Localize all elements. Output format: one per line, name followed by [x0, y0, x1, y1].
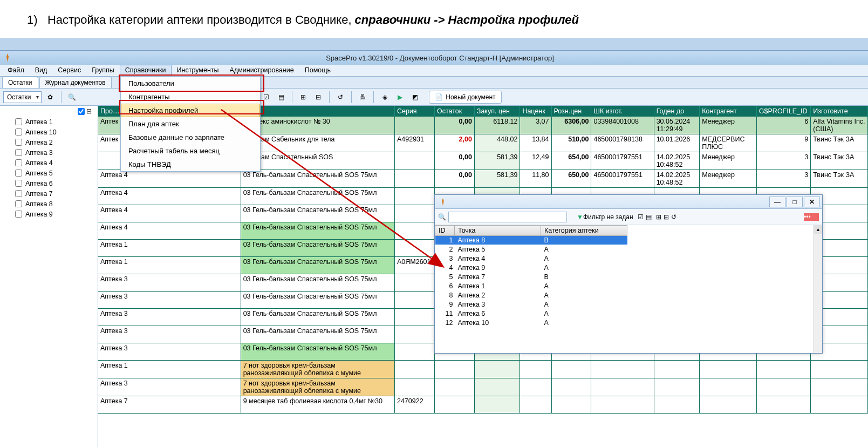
table-row[interactable]: Аптека 79 месяцев таб фолиевая кислота 0… [98, 396, 868, 414]
child-table-row[interactable]: 9Аптека 3A [435, 300, 627, 309]
close-button[interactable]: ✕ [804, 197, 820, 207]
grid-header[interactable]: Остаток [434, 106, 474, 117]
child-table-row[interactable]: 8Аптека 2A [435, 291, 627, 300]
sidebar-checkbox[interactable] [15, 128, 22, 136]
search-icon[interactable]: 🔍 [66, 91, 79, 104]
sidebar-item[interactable]: Аптека 6 [0, 178, 98, 188]
gear-icon[interactable]: ✿ [44, 91, 57, 104]
menu-помощь[interactable]: Помощь [299, 65, 336, 76]
child-table-row[interactable]: 2Аптека 5A [435, 245, 627, 254]
dropdown-item[interactable]: Настройка профилей [121, 104, 260, 117]
sidebar-item-label: Аптека 2 [25, 139, 53, 146]
grid-add-icon[interactable]: ⊞ [656, 213, 661, 221]
sidebar-checkbox[interactable] [15, 200, 22, 207]
action-button[interactable]: ••• [804, 213, 819, 221]
list-icon[interactable]: ▤ [275, 91, 288, 104]
checkbox-icon[interactable]: ☑ [259, 91, 272, 104]
menu-группы[interactable]: Группы [86, 65, 120, 76]
sidebar-item[interactable]: Аптека 10 [0, 127, 98, 137]
sidebar-item[interactable]: Аптека 4 [0, 158, 98, 168]
grid-header[interactable]: G$PROFILE_ID [756, 106, 810, 117]
sidebar-checkbox[interactable] [15, 149, 22, 156]
grid-header[interactable]: Годен до [654, 106, 700, 117]
child-grid-header[interactable]: ID [435, 226, 455, 236]
grid-header[interactable]: Серия [394, 106, 434, 117]
dropdown-item[interactable]: Расчетный табель на месяц [121, 144, 260, 158]
box-icon[interactable]: ◩ [408, 91, 421, 104]
refresh-icon[interactable]: ↺ [334, 91, 347, 104]
child-table-row[interactable]: 4Аптека 9A [435, 263, 627, 273]
child-table-row[interactable]: 1Аптека 8B [435, 236, 627, 245]
menu-сервис[interactable]: Сервис [52, 65, 86, 76]
child-table-row[interactable]: 11Аптека 6A [435, 309, 627, 319]
grid-remove-icon[interactable]: ⊟ [664, 213, 669, 221]
grid-add-icon[interactable]: ⊞ [297, 91, 310, 104]
sidebar-item[interactable]: Аптека 2 [0, 137, 98, 147]
dropdown-spravochniki: ПользователиКонтрагентыНастройка профиле… [120, 76, 261, 172]
search-icon[interactable]: 🔍 [438, 213, 446, 221]
sidebar-item[interactable]: Аптека 1 [0, 117, 98, 127]
rocket-icon [3, 53, 12, 62]
sidebar-checkbox[interactable] [15, 180, 22, 187]
new-document-button[interactable]: 📄Новый документ [429, 91, 501, 104]
dropdown-item[interactable]: Пользователи [121, 77, 260, 90]
grid-header[interactable] [241, 106, 394, 117]
sidebar-item[interactable]: Аптека 8 [0, 199, 98, 209]
grid-header[interactable]: Наценк [520, 106, 551, 117]
table-row[interactable]: Аптека 37 нот здоровья крем-бальзам рано… [98, 378, 868, 396]
child-grid-header[interactable]: Точка [455, 226, 541, 236]
grid-header[interactable]: Закуп. цен [474, 106, 520, 117]
list-icon[interactable]: ▤ [646, 213, 652, 221]
sidebar-item[interactable]: Аптека 3 [0, 147, 98, 158]
tab-0[interactable]: Остатки [2, 77, 38, 88]
scrollbar[interactable]: ▲ [814, 225, 822, 353]
instruction-text: 1) Настройка категории аптеки производит… [0, 0, 868, 38]
child-filter-button[interactable]: ▼Фильтр не задан [577, 213, 633, 221]
child-titlebar[interactable]: — □ ✕ [435, 195, 822, 209]
combo-ostatki[interactable]: Остатки [3, 91, 42, 103]
grid-header[interactable]: Изготовите [811, 106, 868, 117]
table-row[interactable]: Аптека 403 Гель-бальзам Спасательный SOS… [98, 170, 868, 188]
sidebar-checkbox[interactable] [15, 170, 22, 177]
menu-инструменты[interactable]: Инструменты [172, 65, 224, 76]
grid-remove-icon[interactable]: ⊟ [312, 91, 325, 104]
dropdown-item[interactable]: Контрагенты [121, 90, 260, 104]
grid-header[interactable]: ШК изгот. [591, 106, 654, 117]
refresh-icon[interactable]: ↺ [671, 213, 676, 221]
sidebar-expand-icon[interactable]: ⊟ [86, 107, 92, 115]
sidebar-checkbox[interactable] [15, 118, 22, 125]
dropdown-item[interactable]: План для аптек [121, 117, 260, 131]
play-icon[interactable]: ▶ [393, 91, 406, 104]
sidebar-checkall[interactable] [78, 108, 85, 115]
grid-header[interactable]: Розн.цен [551, 106, 591, 117]
tab-1[interactable]: Журнал документов [39, 77, 112, 88]
maximize-button[interactable]: □ [787, 197, 803, 207]
child-grid-header[interactable]: Категория аптеки [541, 226, 627, 236]
child-grid[interactable]: IDТочкаКатегория аптеки1Аптека 8B2Аптека… [435, 225, 627, 328]
table-row[interactable]: Аптека 17 нот здоровья крем-бальзам рано… [98, 361, 868, 378]
sidebar-item[interactable]: Аптека 7 [0, 188, 98, 199]
sidebar-checkbox[interactable] [15, 211, 22, 218]
child-table-row[interactable]: 6Аптека 1A [435, 282, 627, 291]
child-table-row[interactable]: 3Аптека 4A [435, 254, 627, 263]
print-icon[interactable]: 🖶 [356, 91, 369, 104]
grid-header[interactable]: Контрагент [700, 106, 757, 117]
cube-icon[interactable]: ◈ [378, 91, 391, 104]
sidebar-checkbox[interactable] [15, 159, 22, 166]
checkbox-icon[interactable]: ☑ [638, 213, 644, 221]
dropdown-item[interactable]: Коды ТНВЭД [121, 158, 260, 171]
sidebar-checkbox[interactable] [15, 139, 22, 146]
menu-вид[interactable]: Вид [30, 65, 53, 76]
sidebar-item[interactable]: Аптека 9 [0, 209, 98, 219]
dropdown-item[interactable]: Базовые данные по зарплате [121, 131, 260, 144]
menu-файл[interactable]: Файл [2, 65, 30, 76]
child-table-row[interactable]: 12Аптека 10A [435, 319, 627, 328]
minimize-button[interactable]: — [769, 197, 785, 207]
child-search-input[interactable] [448, 212, 567, 222]
menu-администрирование[interactable]: Администрирование [224, 65, 299, 76]
child-table-row[interactable]: 5Аптека 7B [435, 273, 627, 282]
sidebar-item[interactable]: Аптека 5 [0, 168, 98, 178]
sidebar-checkbox[interactable] [15, 190, 22, 197]
menu-справочники[interactable]: Справочники [120, 65, 172, 76]
sidebar-item-label: Аптека 3 [25, 149, 53, 157]
